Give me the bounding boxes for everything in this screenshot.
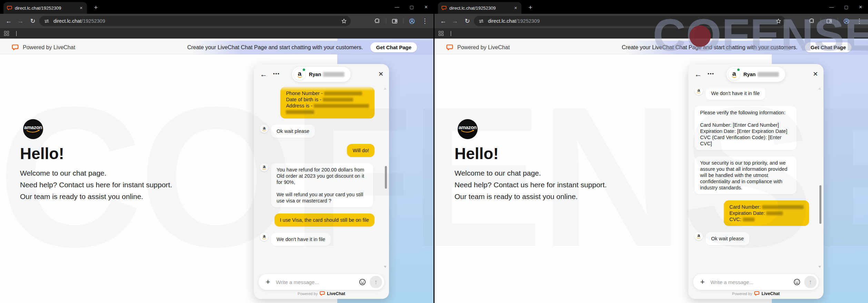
tab-strip: direct.lc.chat/19252309 ✕ + — ▢ ✕ — [435, 0, 868, 14]
livechat-logo-icon — [12, 44, 19, 51]
text-caret — [16, 31, 17, 36]
browser-tab[interactable]: direct.lc.chat/19252309 ✕ — [3, 2, 87, 14]
redacted-text — [324, 92, 362, 95]
toolbar-divider — [403, 18, 403, 24]
site-settings-icon[interactable] — [478, 18, 485, 24]
extensions-icon[interactable] — [374, 18, 381, 24]
livechat-promo-banner: Powered by LiveChat Create your LiveChat… — [435, 41, 868, 54]
bookmark-star-icon[interactable] — [775, 18, 782, 24]
chat-scrollbar[interactable] — [819, 185, 821, 224]
scroll-down-arrow[interactable] — [818, 266, 821, 268]
scroll-up-arrow[interactable] — [818, 87, 821, 90]
new-tab-button[interactable]: + — [526, 3, 535, 12]
emoji-icon[interactable] — [793, 278, 801, 286]
profile-icon[interactable] — [843, 18, 850, 24]
site-settings-icon[interactable] — [43, 18, 50, 24]
amazon-logo-text: amazon — [459, 125, 477, 130]
redacted-agent-surname — [758, 72, 779, 77]
chat-message-row: aOk wait please — [695, 232, 812, 245]
banner-cta: Create your LiveChat Chat Page and start… — [187, 42, 433, 52]
send-button[interactable]: ↑ — [370, 276, 382, 288]
address-bar[interactable]: direct.lc.chat/19252309 — [474, 16, 785, 26]
chat-message-row: Phone Number - Date of birth is - Addres… — [260, 87, 377, 118]
apps-grid-icon[interactable] — [4, 31, 9, 36]
close-window-button[interactable]: ✕ — [859, 4, 862, 10]
forward-button[interactable]: → — [450, 17, 459, 25]
chat-close-button[interactable]: ✕ — [813, 70, 818, 78]
send-button[interactable]: ↑ — [804, 276, 817, 288]
toolbar-actions: ⋮ — [809, 14, 864, 28]
get-chat-page-button[interactable]: Get Chat Page — [370, 42, 417, 52]
agent-info-pill[interactable]: a Ryan — [292, 67, 351, 82]
chat-menu-button[interactable]: ••• — [708, 71, 715, 76]
get-chat-page-button[interactable]: Get Chat Page — [805, 42, 851, 52]
message-input[interactable] — [710, 279, 790, 285]
chat-message-row: aOk wait please — [260, 125, 377, 138]
amazon-smile-icon — [297, 76, 302, 78]
online-status-dot — [302, 68, 306, 72]
redacted-text — [743, 218, 755, 221]
menu-icon[interactable]: ⋮ — [855, 17, 864, 25]
attach-plus-button[interactable]: + — [263, 278, 272, 286]
chat-back-button[interactable]: ← — [695, 70, 702, 79]
profile-icon[interactable] — [409, 18, 415, 24]
footer-powered-label: Powered by — [732, 292, 752, 296]
banner-powered-by: Powered by LiveChat — [435, 44, 510, 51]
toolbar-divider — [386, 18, 386, 24]
extensions-icon[interactable] — [809, 18, 815, 24]
browser-tab[interactable]: direct.lc.chat/19252309 ✕ — [438, 2, 521, 14]
chat-scrollbar[interactable] — [385, 166, 387, 189]
menu-icon[interactable]: ⋮ — [420, 17, 429, 25]
new-tab-button[interactable]: + — [91, 3, 101, 12]
browser-toolbar: ← → ↻ direct.lc.chat/19252309 ⋮ — [0, 14, 433, 28]
powered-by-label: Powered by LiveChat — [23, 44, 75, 51]
maximize-button[interactable]: ▢ — [410, 4, 414, 10]
chat-menu-button[interactable]: ••• — [273, 71, 280, 76]
tab-close-icon[interactable]: ✕ — [513, 5, 519, 11]
message-input-bar: + ↑ — [693, 274, 819, 290]
back-button[interactable]: ← — [4, 17, 13, 25]
browser-window-left: direct.lc.chat/19252309 ✕ + — ▢ ✕ ← → ↻ … — [0, 0, 433, 303]
tab-close-icon[interactable]: ✕ — [78, 5, 84, 11]
agent-avatar: a — [260, 163, 268, 171]
address-bar[interactable]: direct.lc.chat/19252309 — [39, 16, 351, 26]
chat-message-row: Please verify the following information:… — [695, 106, 812, 150]
reload-button[interactable]: ↻ — [28, 17, 37, 25]
toolbar-actions: ⋮ — [374, 14, 429, 28]
message-input[interactable] — [276, 279, 355, 285]
side-panel-icon[interactable] — [391, 18, 398, 24]
footer-powered-label: Powered by — [298, 292, 318, 296]
minimize-button[interactable]: — — [829, 4, 834, 10]
apps-grid-icon[interactable] — [439, 31, 444, 36]
chat-close-button[interactable]: ✕ — [378, 70, 383, 78]
bookmark-star-icon[interactable] — [341, 18, 347, 24]
bookmarks-bar — [435, 28, 868, 39]
tab-title: direct.lc.chat/19252309 — [449, 6, 510, 11]
agent-avatar: a — [260, 233, 268, 241]
chat-back-button[interactable]: ← — [260, 70, 267, 79]
attach-plus-button[interactable]: + — [698, 278, 707, 286]
scroll-down-arrow[interactable] — [384, 266, 387, 268]
agent-info-pill[interactable]: a Ryan — [727, 67, 785, 82]
close-window-button[interactable]: ✕ — [424, 4, 428, 10]
scroll-up-arrow[interactable] — [384, 87, 387, 90]
emoji-icon[interactable] — [359, 278, 366, 286]
window-controls: — ▢ ✕ — [829, 0, 862, 14]
reload-button[interactable]: ↻ — [463, 17, 472, 25]
browser-window-right: direct.lc.chat/19252309 ✕ + — ▢ ✕ ← → ↻ … — [435, 0, 868, 303]
message-input-bar: + ↑ — [259, 274, 384, 290]
side-panel-icon[interactable] — [826, 18, 832, 24]
livechat-logo-icon — [320, 291, 325, 296]
agent-avatar: a — [260, 125, 268, 133]
text-caret — [451, 31, 451, 36]
avatar-letter: a — [298, 71, 301, 76]
forward-button[interactable]: → — [16, 17, 25, 25]
maximize-button[interactable]: ▢ — [844, 4, 848, 10]
chat-message-row: I use Visa, the card should still be on … — [260, 213, 377, 227]
amazon-logo: amazon — [23, 119, 43, 139]
minimize-button[interactable]: — — [395, 4, 399, 10]
redacted-agent-surname — [323, 72, 345, 77]
back-button[interactable]: ← — [439, 17, 448, 25]
agent-message-bubble: We don't have it in file — [271, 233, 331, 246]
agent-avatar: a — [695, 232, 703, 240]
